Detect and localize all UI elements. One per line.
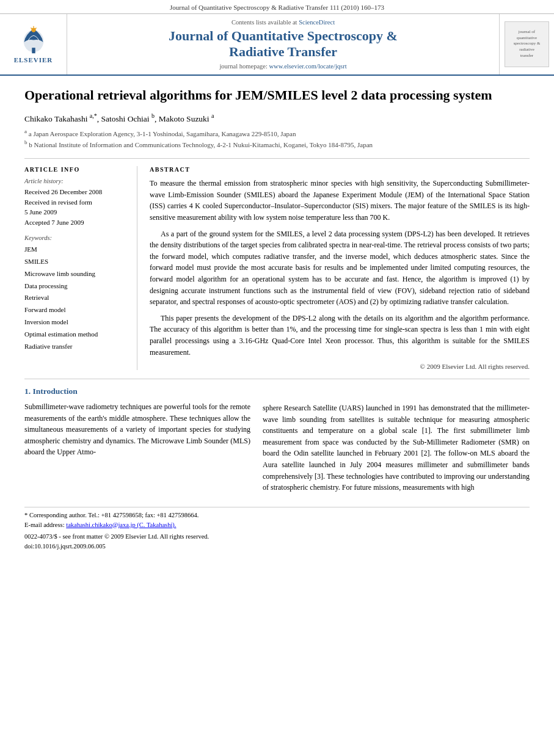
article-info-heading: ARTICLE INFO [24,166,128,173]
affiliations: a a Japan Aerospace Exploration Agency, … [24,128,530,150]
copyright-line: © 2009 Elsevier Ltd. All rights reserved… [150,363,530,370]
journal-title-area: Contents lists available at ScienceDirec… [67,14,499,75]
sciencedirect-line: Contents lists available at ScienceDirec… [231,19,335,26]
revised-date: Received in revised form5 June 2009 [24,197,128,217]
sciencedirect-link[interactable]: ScienceDirect [299,19,335,26]
journal-citation: Journal of Quantitative Spectroscopy & R… [170,4,384,11]
authors-line: Chikako Takahashi a,*, Satoshi Ochiai b,… [24,112,530,124]
svg-line-4 [35,28,36,29]
thumb-text: journal ofquantitativespectroscopy &radi… [514,29,541,59]
issn-doi-line: 0022-4073/$ - see front matter © 2009 El… [24,532,530,551]
journal-header: ELSEVIER Contents lists available at Sci… [0,14,554,76]
homepage-link[interactable]: www.elsevier.com/locate/jqsrt [269,63,347,70]
top-bar: Journal of Quantitative Spectroscopy & R… [0,0,554,14]
elsevier-wordmark: ELSEVIER [14,56,53,64]
history-label: Article history: [24,178,128,184]
keywords-list: JEM SMILES Microwave limb sounding Data … [24,244,128,352]
keyword-item: SMILES [24,256,128,268]
abstract-para-3: This paper presents the development of t… [150,313,530,358]
abstract-para-1: To measure the thermal emission from str… [150,178,530,223]
intro-right-text: sphere Research Satellite (UARS) launche… [263,402,530,493]
keyword-item: Data processing [24,280,128,293]
keyword-item: Microwave limb sounding [24,268,128,280]
journal-homepage: journal homepage: www.elsevier.com/locat… [219,63,346,70]
introduction-right: sphere Research Satellite (UARS) launche… [263,387,530,497]
issn-line: 0022-4073/$ - see front matter © 2009 El… [24,532,530,542]
received-date: Received 26 December 2008 [24,187,128,197]
introduction-two-col: 1. Introduction Submillimeter-wave radio… [24,387,530,497]
introduction-left: 1. Introduction Submillimeter-wave radio… [24,387,250,497]
doi-line: doi:10.1016/j.jqsrt.2009.06.005 [24,542,530,551]
introduction-section: 1. Introduction Submillimeter-wave radio… [24,379,530,497]
intro-left-text: Submillimeter-wave radiometry techniques… [24,401,250,458]
intro-left-para: Submillimeter-wave radiometry techniques… [24,401,250,458]
intro-section-title: 1. Introduction [24,387,250,396]
svg-line-5 [31,28,32,29]
accepted-date: Accepted 7 June 2009 [24,217,128,228]
abstract-column: ABSTRACT To measure the thermal emission… [150,166,530,370]
main-content: Operational retrieval algorithms for JEM… [0,76,554,558]
abstract-para-2: As a part of the ground system for the S… [150,228,530,308]
elsevier-logo-section: ELSEVIER [0,14,67,75]
journal-title: Journal of Quantitative Spectroscopy & R… [169,28,398,60]
keyword-item: Radiative transfer [24,341,128,353]
keyword-item: JEM [24,244,128,256]
keyword-item: Optimal estimation method [24,329,128,341]
article-title: Operational retrieval algorithms for JEM… [24,87,530,104]
corresponding-author-note: * Corresponding author. Tel.: +81 427598… [24,511,530,530]
keyword-item: Inversion model [24,316,128,329]
article-info-abstract-section: ARTICLE INFO Article history: Received 2… [24,158,530,370]
elsevier-logo: ELSEVIER [12,24,55,64]
abstract-heading: ABSTRACT [150,166,530,173]
journal-thumbnail: journal ofquantitativespectroscopy &radi… [505,21,549,67]
keyword-item: Forward model [24,304,128,316]
elsevier-tree-icon [12,24,55,55]
article-info-column: ARTICLE INFO Article history: Received 2… [24,166,137,370]
page-footer: * Corresponding author. Tel.: +81 427598… [24,507,530,551]
author-email[interactable]: takahashi.chikako@jaxa.jp (C. Takahashi)… [66,522,176,528]
abstract-text: To measure the thermal emission from str… [150,178,530,358]
email-label: E-mail address: [24,522,65,528]
journal-thumbnail-area: journal ofquantitativespectroscopy &radi… [499,14,554,75]
keywords-label: Keywords: [24,234,128,241]
keyword-item: Retrieval [24,292,128,304]
intro-right-para: sphere Research Satellite (UARS) launche… [263,402,530,493]
